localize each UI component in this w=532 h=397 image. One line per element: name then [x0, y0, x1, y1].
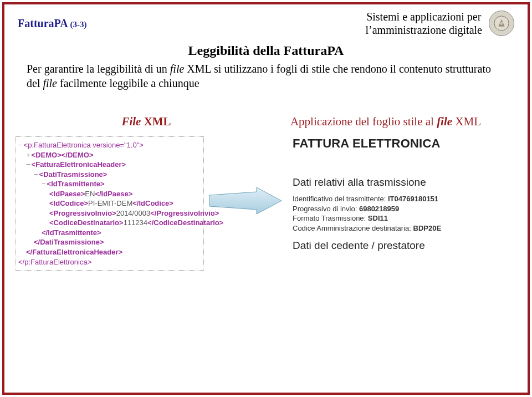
- kv-row: Progressivo di invio: 6980218959: [293, 204, 505, 214]
- section-heading-transmission: Dati relativi alla trasmissione: [293, 176, 505, 189]
- label-prefix: Applicazione del foglio stile al: [290, 115, 437, 128]
- xml-tag: <DEMO></DEMO>: [32, 151, 94, 159]
- xml-tag: <FatturaElettronicaHeader>: [32, 160, 126, 169]
- kv-row: Codice Amministrazione destinataria: BDP…: [293, 223, 505, 233]
- course-line1: Sistemi e applicazioni per: [366, 10, 483, 23]
- xml-tag: <CodiceDestinatario>: [49, 218, 124, 227]
- label-xml: XML: [141, 115, 171, 128]
- svg-marker-2: [209, 187, 282, 214]
- intro-text: facilmente leggibile a chiunque: [57, 77, 200, 89]
- xml-toggle: −: [18, 141, 24, 149]
- xml-tag: <IdPaese>: [49, 190, 85, 198]
- slide-topic: FatturaPA (3-3): [18, 17, 87, 30]
- course-line2: l’amministrazione digitale: [366, 23, 483, 37]
- kv-value: IT04769180151: [388, 195, 438, 203]
- xml-tag: </FatturaElettronicaHeader>: [26, 248, 122, 256]
- topic-part: (3-3): [70, 20, 87, 29]
- xml-tag: </CodiceDestinatario>: [147, 218, 223, 227]
- column-label-styled: Applicazione del foglio stile al file XM…: [266, 115, 505, 129]
- university-seal-icon: [489, 11, 514, 36]
- label-file: File: [121, 115, 141, 128]
- label-file: file: [437, 115, 452, 128]
- kv-value: BDP20E: [413, 224, 442, 232]
- xml-tag: <IdTrasmittente>: [47, 180, 105, 188]
- xml-tag: <DatiTrasmissione>: [39, 170, 108, 179]
- intro-em: file: [170, 63, 185, 75]
- xml-source-panel: −<p:FatturaElettronica versione="1.0"> +…: [16, 136, 204, 271]
- intro-em: file: [43, 77, 57, 89]
- column-label-xml: File XML: [27, 115, 266, 129]
- arrow-icon: [204, 136, 287, 215]
- course-title: Sistemi e applicazioni per l’amministraz…: [366, 10, 483, 37]
- label-xml: XML: [452, 115, 481, 128]
- slide-title: Leggibilità della FatturaPA: [4, 43, 528, 58]
- rendered-doc-title: FATTURA ELETTRONICA: [293, 136, 505, 151]
- xml-tag: <IdCodice>: [49, 199, 88, 207]
- xml-value: EN: [85, 190, 95, 198]
- xml-value: PI-EMIT-DEM: [88, 199, 132, 207]
- xml-tag: </p:FatturaElettronica>: [18, 258, 91, 266]
- slide-header: FatturaPA (3-3) Sistemi e applicazioni p…: [4, 4, 528, 39]
- kv-label: Identificativo del trasmittente:: [293, 195, 388, 203]
- kv-label: Progressivo di invio:: [293, 205, 359, 213]
- topic-name: FatturaPA: [18, 17, 68, 29]
- kv-row: Identificativo del trasmittente: IT04769…: [293, 194, 505, 204]
- xml-toggle: −: [26, 160, 32, 169]
- xml-tag: <ProgressivoInvio>: [49, 209, 116, 217]
- xml-tag: </IdPaese>: [95, 190, 132, 198]
- kv-row: Formato Trasmissione: SDI11: [293, 213, 505, 223]
- intro-paragraph: Per garantire la leggibilità di un file …: [4, 58, 528, 90]
- xml-tag: <p:FatturaElettronica versione="1.0">: [24, 141, 144, 149]
- kv-value: 6980218959: [359, 205, 399, 213]
- xml-tag: </DatiTrasmissione>: [34, 238, 104, 246]
- kv-value: SDI11: [368, 214, 388, 222]
- xml-toggle: −: [42, 180, 47, 188]
- xml-tag: </IdCodice>: [132, 199, 173, 207]
- xml-value: 111234: [124, 218, 147, 227]
- svg-point-1: [500, 22, 503, 25]
- kv-label: Codice Amministrazione destinataria:: [293, 224, 413, 232]
- xml-toggle: +: [26, 151, 32, 159]
- section-heading-cedente: Dati del cedente / prestatore: [293, 240, 505, 252]
- intro-text: Per garantire la leggibilità di un: [27, 63, 170, 75]
- kv-label: Formato Trasmissione:: [293, 214, 368, 222]
- xml-value: 2014/0003: [116, 209, 150, 217]
- rendered-invoice-panel: FATTURA ELETTRONICA Dati relativi alla t…: [287, 136, 505, 252]
- xml-toggle: −: [34, 170, 39, 179]
- xml-tag: </IdTrasmittente>: [42, 228, 101, 237]
